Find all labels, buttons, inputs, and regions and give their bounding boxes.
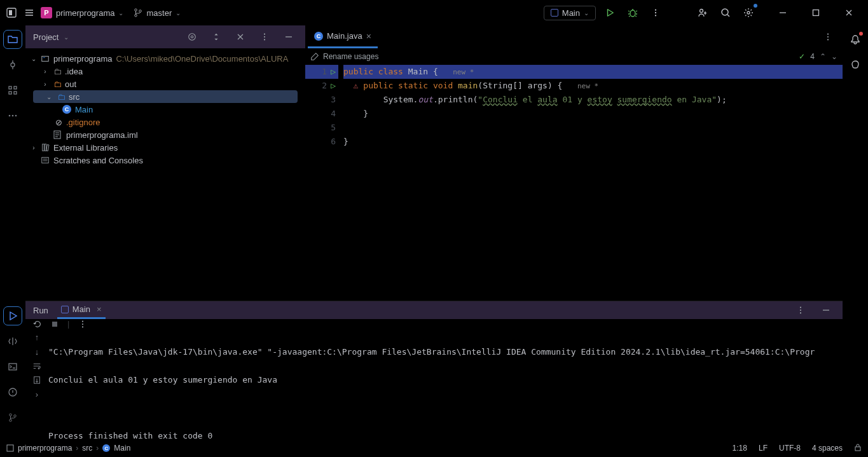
run-more-button[interactable] <box>792 301 809 319</box>
svg-point-47 <box>82 326 83 327</box>
close-tab-button[interactable]: × <box>97 304 102 314</box>
problems-check-icon[interactable]: ✓ <box>799 52 805 61</box>
svg-point-26 <box>189 34 196 41</box>
tree-iml-file[interactable]: primerprograma.iml <box>25 128 305 141</box>
close-button[interactable] <box>835 3 863 22</box>
tab-label: Main.java <box>327 31 362 41</box>
maximize-button[interactable] <box>802 3 830 22</box>
svg-point-45 <box>82 320 83 322</box>
line-separator[interactable]: LF <box>759 444 768 453</box>
hide-tool-button[interactable] <box>280 28 298 46</box>
hide-run-button[interactable] <box>817 301 835 319</box>
console-output[interactable]: "C:\Program Files\Java\jdk-17\bin\java.e… <box>48 329 843 457</box>
run-toolbar-more[interactable] <box>78 320 87 329</box>
minimize-button[interactable] <box>769 3 797 22</box>
vcs-tool-button[interactable] <box>4 409 22 426</box>
python-tool-button[interactable] <box>4 332 22 350</box>
svg-rect-34 <box>43 144 45 151</box>
settings-button[interactable] <box>740 4 757 22</box>
svg-point-9 <box>700 10 703 13</box>
svg-point-41 <box>800 307 801 308</box>
tree-root[interactable]: ⌄ primerprograma C:\Users\miked\OneDrive… <box>25 52 305 65</box>
notifications-button[interactable] <box>846 31 864 48</box>
problems-tool-button[interactable] <box>4 383 22 401</box>
editor-tab-main[interactable]: C Main.java × <box>308 25 378 48</box>
debug-button[interactable] <box>624 4 642 22</box>
down-button[interactable]: ↓ <box>35 347 39 357</box>
bulb-icon[interactable]: ⚠ <box>354 81 359 90</box>
chevron-down-icon: ⌄ <box>176 10 181 17</box>
tree-gitignore[interactable]: ⊘ .gitignore <box>25 116 305 128</box>
class-icon: C <box>314 32 323 41</box>
svg-rect-37 <box>42 158 49 163</box>
indent[interactable]: 4 spaces <box>812 444 843 453</box>
more-tools-button[interactable] <box>4 107 22 125</box>
svg-point-42 <box>800 310 801 311</box>
svg-point-5 <box>630 10 635 17</box>
ai-assistant-button[interactable] <box>846 56 864 74</box>
more-actions-button[interactable] <box>647 4 665 22</box>
rerun-button[interactable] <box>33 320 42 329</box>
chevron-down-icon[interactable]: ⌄ <box>64 34 69 41</box>
up-button[interactable]: ↑ <box>35 332 39 342</box>
gutter-run-icon[interactable]: ▷ <box>331 65 336 79</box>
svg-point-40 <box>827 39 829 40</box>
structure-tool-button[interactable] <box>4 81 22 99</box>
stop-button[interactable] <box>51 320 59 328</box>
cursor-position[interactable]: 1:18 <box>733 444 747 453</box>
gutter-run-icon[interactable]: ▷ <box>331 79 336 93</box>
svg-rect-14 <box>9 86 11 89</box>
svg-rect-36 <box>46 145 49 151</box>
editor-more-button[interactable] <box>816 32 840 41</box>
select-opened-file-button[interactable] <box>183 28 201 46</box>
crumb-item: primerprograma <box>18 444 72 453</box>
run-tool-button[interactable] <box>4 307 22 325</box>
run-tab[interactable]: Main × <box>57 301 106 319</box>
prev-problem-button[interactable]: ⌃ <box>820 52 826 61</box>
tree-idea-folder[interactable]: › 🗀 .idea <box>25 65 305 78</box>
svg-point-29 <box>264 36 265 38</box>
svg-point-13 <box>11 63 15 67</box>
expand-all-button[interactable] <box>207 28 225 46</box>
problems-count[interactable]: 4 <box>810 52 815 61</box>
hamburger-icon[interactable] <box>23 6 36 19</box>
expand-button[interactable]: › <box>36 390 38 399</box>
svg-rect-31 <box>42 57 49 62</box>
project-tool-button[interactable] <box>4 31 22 48</box>
run-config-selector[interactable]: Main ⌄ <box>544 6 596 20</box>
tree-src-folder[interactable]: ⌄ 🗀 src <box>33 90 298 103</box>
next-problem-button[interactable]: ⌄ <box>831 52 837 61</box>
collapse-all-button[interactable] <box>231 28 249 46</box>
svg-point-4 <box>139 10 142 13</box>
tree-out-folder[interactable]: › 🗀 out <box>25 78 305 90</box>
tree-external-libs[interactable]: › External Libraries <box>25 141 305 154</box>
terminal-tool-button[interactable] <box>4 358 22 376</box>
wrap-button[interactable] <box>32 362 41 371</box>
run-button[interactable] <box>601 4 619 22</box>
svg-point-7 <box>655 12 656 13</box>
svg-point-6 <box>655 9 656 10</box>
rename-label: Rename usages <box>323 52 378 61</box>
tree-scratches[interactable]: Scratches and Consoles <box>25 154 305 167</box>
search-button[interactable] <box>717 4 734 22</box>
tree-main-class[interactable]: C Main <box>25 103 305 116</box>
branch-icon <box>134 8 142 17</box>
commit-tool-button[interactable] <box>4 56 22 74</box>
app-icon[interactable] <box>5 6 18 19</box>
project-tree[interactable]: ⌄ primerprograma C:\Users\miked\OneDrive… <box>25 48 305 170</box>
project-tool-title[interactable]: Project <box>33 32 59 42</box>
chevron-down-icon: ⌄ <box>118 10 123 17</box>
tool-more-button[interactable] <box>256 28 273 46</box>
readonly-toggle[interactable] <box>854 444 862 453</box>
scroll-end-button[interactable] <box>32 376 41 385</box>
run-tab-label: Main <box>72 304 90 314</box>
code-with-me-button[interactable] <box>694 4 712 22</box>
svg-point-39 <box>827 36 829 38</box>
breadcrumb[interactable]: primerprograma › src › C Main <box>6 444 130 453</box>
close-tab-button[interactable]: × <box>366 31 371 41</box>
vcs-branch[interactable]: master ⌄ <box>134 8 181 18</box>
branch-name: master <box>146 8 172 18</box>
encoding[interactable]: UTF-8 <box>779 444 801 453</box>
run-config-label: Main <box>562 8 580 18</box>
project-selector[interactable]: P primerprograma ⌄ <box>41 7 123 18</box>
